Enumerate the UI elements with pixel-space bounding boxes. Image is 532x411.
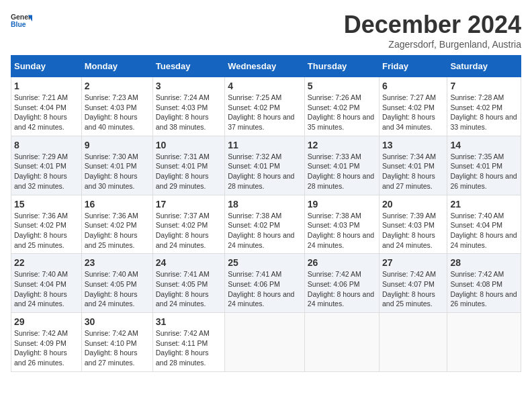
table-row: 31 Sunrise: 7:42 AM Sunset: 4:11 PM Dayl… bbox=[152, 313, 224, 372]
sunrise-text: Sunrise: 7:25 AM bbox=[228, 93, 281, 101]
daylight-text: Daylight: 8 hours and 24 minutes. bbox=[228, 231, 294, 249]
daylight-text: Daylight: 8 hours and 37 minutes. bbox=[228, 113, 294, 131]
logo: General Blue bbox=[11, 11, 32, 32]
daylight-text: Daylight: 8 hours and 24 minutes. bbox=[156, 290, 209, 308]
day-info: Sunrise: 7:42 AM Sunset: 4:11 PM Dayligh… bbox=[156, 328, 222, 368]
sunset-text: Sunset: 4:01 PM bbox=[228, 162, 280, 170]
sunset-text: Sunset: 4:04 PM bbox=[14, 103, 66, 111]
empty-cell bbox=[304, 313, 379, 372]
sunset-text: Sunset: 4:04 PM bbox=[14, 280, 66, 288]
table-row: 22 Sunrise: 7:40 AM Sunset: 4:04 PM Dayl… bbox=[11, 254, 82, 313]
sunset-text: Sunset: 4:02 PM bbox=[228, 221, 280, 229]
sunrise-text: Sunrise: 7:26 AM bbox=[308, 93, 361, 101]
sunrise-text: Sunrise: 7:41 AM bbox=[228, 270, 281, 278]
daylight-text: Daylight: 8 hours and 24 minutes. bbox=[308, 231, 374, 249]
empty-cell bbox=[225, 313, 305, 372]
month-title: December 2024 bbox=[344, 11, 521, 39]
daylight-text: Daylight: 8 hours and 24 minutes. bbox=[308, 290, 374, 308]
day-info: Sunrise: 7:40 AM Sunset: 4:05 PM Dayligh… bbox=[85, 269, 150, 309]
day-info: Sunrise: 7:34 AM Sunset: 4:01 PM Dayligh… bbox=[382, 152, 444, 191]
daylight-text: Daylight: 8 hours and 24 minutes. bbox=[85, 290, 138, 308]
daylight-text: Daylight: 8 hours and 40 minutes. bbox=[85, 113, 138, 131]
sunrise-text: Sunrise: 7:24 AM bbox=[156, 93, 210, 101]
sunrise-text: Sunrise: 7:35 AM bbox=[450, 152, 504, 161]
sunset-text: Sunset: 4:01 PM bbox=[308, 162, 360, 170]
daylight-text: Daylight: 8 hours and 26 minutes. bbox=[450, 172, 517, 190]
sunset-text: Sunset: 4:07 PM bbox=[382, 280, 435, 288]
day-info: Sunrise: 7:21 AM Sunset: 4:04 PM Dayligh… bbox=[14, 93, 79, 132]
table-row: 28 Sunrise: 7:42 AM Sunset: 4:08 PM Dayl… bbox=[447, 254, 521, 313]
page-header: General Blue December 2024 Zagersdorf, B… bbox=[11, 11, 521, 50]
table-row: 16 Sunrise: 7:36 AM Sunset: 4:02 PM Dayl… bbox=[81, 195, 152, 254]
day-number: 25 bbox=[228, 257, 302, 268]
day-number: 16 bbox=[85, 199, 150, 210]
day-number: 26 bbox=[308, 257, 376, 268]
table-row: 27 Sunrise: 7:42 AM Sunset: 4:07 PM Dayl… bbox=[380, 254, 447, 313]
sunset-text: Sunset: 4:11 PM bbox=[156, 339, 208, 347]
sunrise-text: Sunrise: 7:36 AM bbox=[85, 212, 138, 220]
day-info: Sunrise: 7:27 AM Sunset: 4:02 PM Dayligh… bbox=[382, 93, 444, 132]
table-row: 17 Sunrise: 7:37 AM Sunset: 4:02 PM Dayl… bbox=[152, 195, 224, 254]
day-info: Sunrise: 7:42 AM Sunset: 4:08 PM Dayligh… bbox=[450, 269, 518, 309]
sunrise-text: Sunrise: 7:42 AM bbox=[156, 329, 210, 337]
sunrise-text: Sunrise: 7:42 AM bbox=[450, 270, 504, 278]
day-info: Sunrise: 7:30 AM Sunset: 4:01 PM Dayligh… bbox=[85, 152, 150, 191]
day-number: 20 bbox=[382, 199, 444, 210]
sunrise-text: Sunrise: 7:27 AM bbox=[382, 93, 436, 101]
day-number: 4 bbox=[228, 81, 302, 91]
sunset-text: Sunset: 4:01 PM bbox=[450, 162, 502, 170]
calendar-week-row: 1 Sunrise: 7:21 AM Sunset: 4:04 PM Dayli… bbox=[11, 77, 521, 136]
sunset-text: Sunset: 4:10 PM bbox=[85, 339, 137, 347]
day-number: 21 bbox=[450, 199, 518, 210]
day-number: 23 bbox=[85, 257, 150, 268]
header-friday: Friday bbox=[380, 56, 447, 77]
table-row: 6 Sunrise: 7:27 AM Sunset: 4:02 PM Dayli… bbox=[380, 77, 447, 136]
sunset-text: Sunset: 4:04 PM bbox=[450, 221, 502, 229]
sunrise-text: Sunrise: 7:41 AM bbox=[156, 270, 210, 278]
table-row: 11 Sunrise: 7:32 AM Sunset: 4:01 PM Dayl… bbox=[225, 136, 305, 195]
sunset-text: Sunset: 4:02 PM bbox=[382, 103, 435, 111]
sunset-text: Sunset: 4:08 PM bbox=[450, 280, 502, 288]
daylight-text: Daylight: 8 hours and 24 minutes. bbox=[450, 231, 517, 249]
table-row: 24 Sunrise: 7:41 AM Sunset: 4:05 PM Dayl… bbox=[152, 254, 224, 313]
day-number: 24 bbox=[156, 257, 222, 268]
day-info: Sunrise: 7:39 AM Sunset: 4:03 PM Dayligh… bbox=[382, 211, 444, 250]
day-info: Sunrise: 7:38 AM Sunset: 4:02 PM Dayligh… bbox=[228, 211, 302, 250]
day-number: 7 bbox=[450, 81, 518, 91]
table-row: 7 Sunrise: 7:28 AM Sunset: 4:02 PM Dayli… bbox=[447, 77, 521, 136]
table-row: 3 Sunrise: 7:24 AM Sunset: 4:03 PM Dayli… bbox=[152, 77, 224, 136]
day-number: 31 bbox=[156, 316, 222, 327]
day-number: 2 bbox=[85, 81, 150, 91]
daylight-text: Daylight: 8 hours and 34 minutes. bbox=[382, 113, 435, 131]
sunrise-text: Sunrise: 7:29 AM bbox=[14, 152, 68, 161]
calendar-week-row: 8 Sunrise: 7:29 AM Sunset: 4:01 PM Dayli… bbox=[11, 136, 521, 195]
sunset-text: Sunset: 4:03 PM bbox=[85, 103, 137, 111]
empty-cell bbox=[447, 313, 521, 372]
day-number: 17 bbox=[156, 199, 222, 210]
sunrise-text: Sunrise: 7:42 AM bbox=[308, 270, 361, 278]
day-number: 18 bbox=[228, 199, 302, 210]
day-number: 28 bbox=[450, 257, 518, 268]
table-row: 12 Sunrise: 7:33 AM Sunset: 4:01 PM Dayl… bbox=[304, 136, 379, 195]
sunrise-text: Sunrise: 7:32 AM bbox=[228, 152, 281, 161]
day-number: 13 bbox=[382, 140, 444, 150]
day-info: Sunrise: 7:28 AM Sunset: 4:02 PM Dayligh… bbox=[450, 93, 518, 132]
table-row: 19 Sunrise: 7:38 AM Sunset: 4:03 PM Dayl… bbox=[304, 195, 379, 254]
daylight-text: Daylight: 8 hours and 27 minutes. bbox=[382, 172, 435, 190]
table-row: 29 Sunrise: 7:42 AM Sunset: 4:09 PM Dayl… bbox=[11, 313, 82, 372]
sunset-text: Sunset: 4:09 PM bbox=[14, 339, 66, 347]
daylight-text: Daylight: 8 hours and 25 minutes. bbox=[85, 231, 138, 249]
day-number: 6 bbox=[382, 81, 444, 91]
sunrise-text: Sunrise: 7:40 AM bbox=[14, 270, 68, 278]
sunset-text: Sunset: 4:06 PM bbox=[228, 280, 280, 288]
day-number: 15 bbox=[14, 199, 79, 210]
calendar-header-row: Sunday Monday Tuesday Wednesday Thursday… bbox=[11, 56, 521, 77]
table-row: 8 Sunrise: 7:29 AM Sunset: 4:01 PM Dayli… bbox=[11, 136, 82, 195]
calendar-table: Sunday Monday Tuesday Wednesday Thursday… bbox=[11, 55, 521, 372]
table-row: 21 Sunrise: 7:40 AM Sunset: 4:04 PM Dayl… bbox=[447, 195, 521, 254]
table-row: 4 Sunrise: 7:25 AM Sunset: 4:02 PM Dayli… bbox=[225, 77, 305, 136]
calendar-week-row: 22 Sunrise: 7:40 AM Sunset: 4:04 PM Dayl… bbox=[11, 254, 521, 313]
table-row: 26 Sunrise: 7:42 AM Sunset: 4:06 PM Dayl… bbox=[304, 254, 379, 313]
day-info: Sunrise: 7:38 AM Sunset: 4:03 PM Dayligh… bbox=[308, 211, 376, 250]
svg-text:General: General bbox=[11, 13, 32, 21]
